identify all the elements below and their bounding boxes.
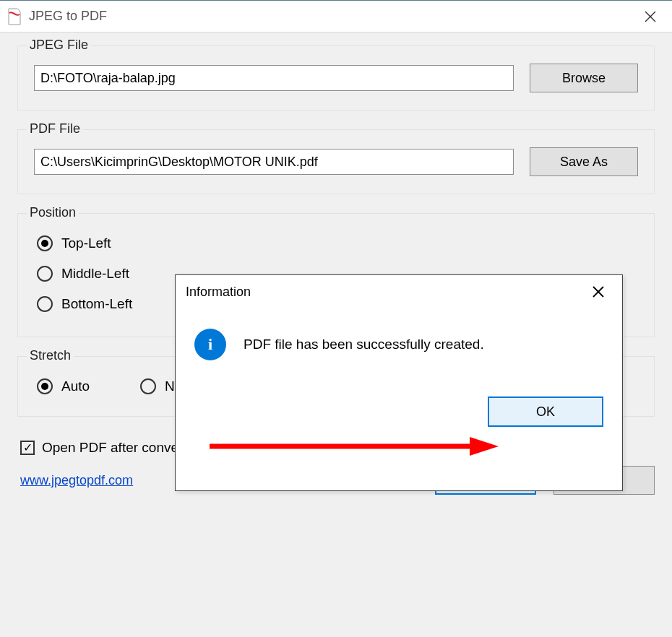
jpeg-path-input[interactable] bbox=[34, 65, 514, 91]
browse-button[interactable]: Browse bbox=[530, 64, 638, 92]
open-after-checkbox[interactable]: ✓ Open PDF after convert bbox=[20, 440, 187, 456]
dialog-message: PDF file has been successfully created. bbox=[244, 337, 484, 352]
checkbox-label: Open PDF after convert bbox=[42, 440, 187, 456]
radio-label: Bottom-Left bbox=[61, 296, 132, 312]
radio-icon bbox=[140, 378, 156, 394]
radio-label: Middle-Left bbox=[61, 266, 129, 282]
close-icon bbox=[592, 285, 605, 298]
titlebar: JPEG to PDF bbox=[0, 1, 672, 32]
jpeg-legend: JPEG File bbox=[27, 38, 91, 53]
window-close-button[interactable] bbox=[629, 1, 672, 32]
radio-icon bbox=[37, 296, 53, 312]
radio-icon bbox=[37, 378, 53, 394]
information-dialog: Information i PDF file has been successf… bbox=[175, 274, 623, 491]
pdf-file-group: PDF File Save As bbox=[17, 129, 655, 194]
position-top-left-radio[interactable]: Top-Left bbox=[37, 235, 635, 251]
dialog-title: Information bbox=[186, 285, 251, 300]
radio-icon bbox=[37, 235, 53, 251]
checkbox-icon: ✓ bbox=[20, 441, 35, 455]
information-icon: i bbox=[194, 329, 226, 360]
dialog-titlebar: Information bbox=[176, 275, 622, 308]
dialog-close-button[interactable] bbox=[580, 277, 616, 306]
close-icon bbox=[645, 11, 656, 22]
radio-label: Top-Left bbox=[61, 235, 111, 251]
app-icon bbox=[7, 8, 22, 25]
jpeg-file-group: JPEG File Browse bbox=[17, 46, 655, 110]
radio-icon bbox=[37, 266, 53, 282]
save-as-button[interactable]: Save As bbox=[530, 147, 638, 176]
window-title: JPEG to PDF bbox=[29, 9, 629, 24]
stretch-auto-radio[interactable]: Auto bbox=[37, 378, 90, 394]
website-link[interactable]: www.jpegtopdf.com bbox=[20, 473, 133, 488]
dialog-ok-button[interactable]: OK bbox=[488, 396, 603, 427]
stretch-legend: Stretch bbox=[27, 348, 74, 363]
radio-label: Auto bbox=[61, 378, 90, 394]
position-legend: Position bbox=[27, 205, 79, 220]
pdf-legend: PDF File bbox=[27, 121, 83, 136]
pdf-path-input[interactable] bbox=[34, 149, 514, 175]
